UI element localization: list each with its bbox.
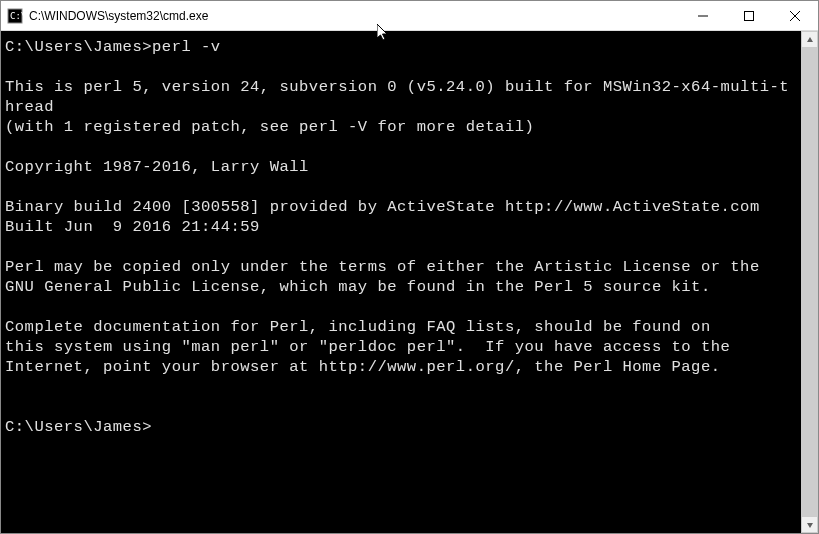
output-line: (with 1 registered patch, see perl -V fo… [5, 118, 534, 136]
svg-text:C:\: C:\ [10, 11, 23, 21]
output-line: GNU General Public License, which may be… [5, 278, 711, 296]
close-button[interactable] [772, 1, 818, 30]
output-line: Complete documentation for Perl, includi… [5, 318, 711, 336]
prompt: C:\Users\James> [5, 418, 152, 436]
terminal-area: C:\Users\James>perl -v This is perl 5, v… [1, 31, 818, 533]
cmd-window: C:\ C:\WINDOWS\system32\cmd.exe C:\Users… [0, 0, 819, 534]
output-line: Perl may be copied only under the terms … [5, 258, 760, 276]
cmd-icon: C:\ [7, 8, 23, 24]
output-line: Binary build 2400 [300558] provided by A… [5, 198, 760, 216]
svg-rect-3 [745, 11, 754, 20]
scroll-down-button[interactable] [801, 516, 818, 533]
output-line: Copyright 1987-2016, Larry Wall [5, 158, 309, 176]
vertical-scrollbar[interactable] [801, 31, 818, 533]
scroll-up-button[interactable] [801, 31, 818, 48]
prompt: C:\Users\James> [5, 38, 152, 56]
scroll-thumb[interactable] [801, 48, 818, 516]
titlebar[interactable]: C:\ C:\WINDOWS\system32\cmd.exe [1, 1, 818, 31]
svg-marker-7 [807, 523, 813, 528]
window-title: C:\WINDOWS\system32\cmd.exe [29, 9, 680, 23]
output-line: this system using "man perl" or "perldoc… [5, 338, 730, 356]
output-line: Built Jun 9 2016 21:44:59 [5, 218, 260, 236]
terminal-output[interactable]: C:\Users\James>perl -v This is perl 5, v… [1, 31, 801, 533]
maximize-button[interactable] [726, 1, 772, 30]
output-line: This is perl 5, version 24, subversion 0… [5, 78, 789, 116]
svg-marker-6 [807, 37, 813, 42]
output-line: Internet, point your browser at http://w… [5, 358, 721, 376]
window-controls [680, 1, 818, 30]
command: perl -v [152, 38, 221, 56]
minimize-button[interactable] [680, 1, 726, 30]
scroll-track[interactable] [801, 48, 818, 516]
